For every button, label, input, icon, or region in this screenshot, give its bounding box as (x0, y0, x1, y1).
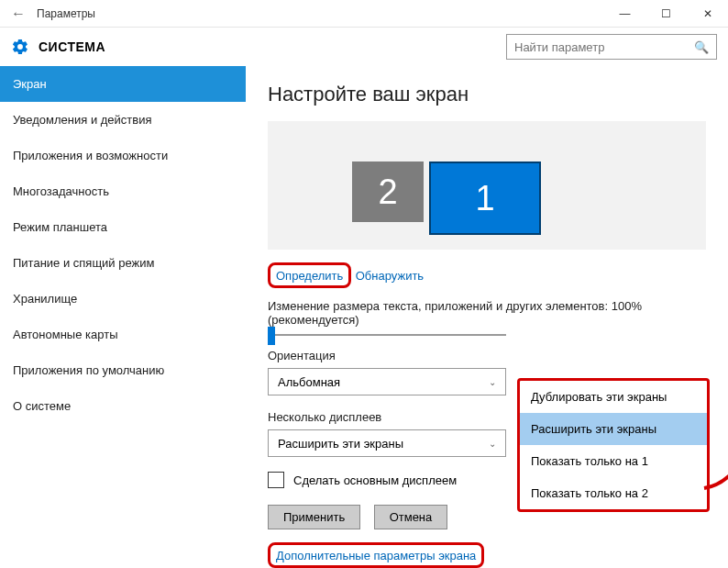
make-primary-checkbox[interactable] (268, 472, 284, 488)
sidebar-item-apps[interactable]: Приложения и возможности (0, 138, 246, 173)
dropdown-option-extend[interactable]: Расширить эти экраны (520, 413, 707, 445)
sidebar-item-multitasking[interactable]: Многозадачность (0, 173, 246, 209)
titlebar: ← Параметры — ☐ ✕ (0, 0, 728, 28)
monitor-1[interactable]: 1 (429, 161, 541, 235)
sidebar-item-default-apps[interactable]: Приложения по умолчанию (0, 352, 246, 388)
orientation-value: Альбомная (278, 375, 340, 389)
scale-label: Изменение размера текста, приложений и д… (268, 299, 706, 327)
sidebar-item-storage[interactable]: Хранилище (0, 281, 246, 317)
highlight-identify: Определить (268, 262, 351, 288)
sidebar: Экран Уведомления и действия Приложения … (0, 66, 246, 568)
window-title: Параметры (37, 7, 604, 20)
content: Настройте ваш экран 2 1 Определить Обнар… (246, 66, 728, 568)
apply-button[interactable]: Применить (268, 505, 360, 529)
highlight-advanced: Дополнительные параметры экрана (268, 542, 484, 568)
cancel-button[interactable]: Отмена (374, 505, 448, 529)
chevron-down-icon: ⌄ (489, 439, 496, 449)
page-title: Настройте ваш экран (268, 83, 706, 106)
sidebar-item-maps[interactable]: Автономные карты (0, 317, 246, 352)
dropdown-option-only2[interactable]: Показать только на 2 (520, 477, 707, 509)
link-row: Определить Обнаружить (268, 262, 706, 288)
search-icon: 🔍 (694, 40, 709, 54)
sidebar-item-notifications[interactable]: Уведомления и действия (0, 102, 246, 138)
header: СИСТЕМА 🔍 (0, 28, 728, 66)
advanced-link[interactable]: Дополнительные параметры экрана (276, 549, 476, 562)
orientation-label: Ориентация (268, 349, 706, 362)
sidebar-item-power[interactable]: Питание и спящий режим (0, 245, 246, 281)
sidebar-item-display[interactable]: Экран (0, 66, 246, 102)
make-primary-label: Сделать основным дисплеем (293, 473, 457, 487)
dropdown-option-duplicate[interactable]: Дублировать эти экраны (520, 381, 707, 413)
sidebar-item-about[interactable]: О системе (0, 388, 246, 424)
slider-thumb[interactable] (268, 327, 275, 345)
monitor-2[interactable]: 2 (352, 161, 424, 222)
close-button[interactable]: ✕ (687, 0, 728, 28)
chevron-down-icon: ⌄ (489, 377, 496, 387)
gear-icon (11, 38, 29, 56)
search-box[interactable]: 🔍 (506, 34, 717, 60)
detect-link[interactable]: Обнаружить (356, 269, 424, 283)
display-arrangement[interactable]: 2 1 (268, 121, 706, 250)
sidebar-item-tablet[interactable]: Режим планшета (0, 209, 246, 245)
minimize-button[interactable]: — (604, 0, 645, 28)
header-heading: СИСТЕМА (39, 39, 506, 54)
multidisplay-select[interactable]: Расширить эти экраны ⌄ (268, 429, 506, 457)
identify-link[interactable]: Определить (276, 269, 343, 283)
maximize-button[interactable]: ☐ (645, 0, 687, 28)
search-input[interactable] (514, 40, 694, 54)
back-button[interactable]: ← (7, 6, 29, 22)
orientation-select[interactable]: Альбомная ⌄ (268, 368, 506, 395)
dropdown-option-only1[interactable]: Показать только на 1 (520, 445, 707, 477)
scale-slider[interactable] (268, 334, 506, 336)
multidisplay-dropdown[interactable]: Дублировать эти экраны Расширить эти экр… (517, 378, 710, 512)
multidisplay-value: Расширить эти экраны (278, 437, 403, 451)
